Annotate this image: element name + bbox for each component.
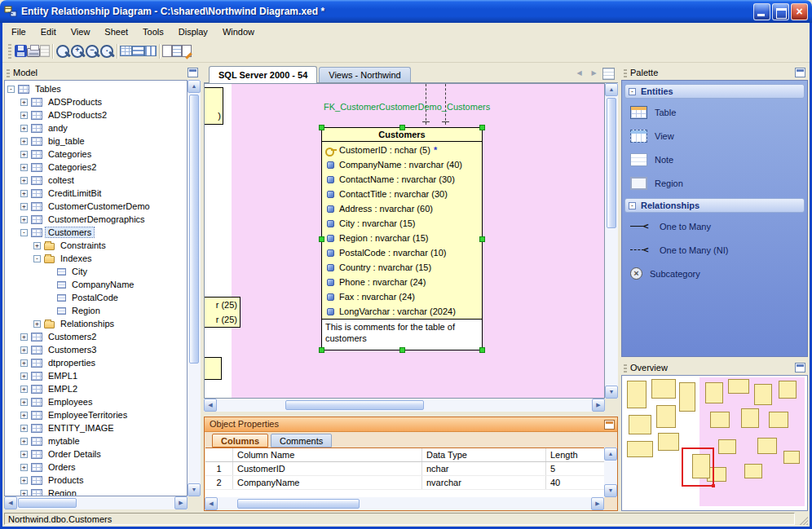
grid-row[interactable]: 2 CompanyName nvarchar 40 (205, 476, 604, 490)
entity-customers[interactable]: Customers CustomerID : nchar (5) * Compa… (321, 127, 483, 350)
zoom-normal-button[interactable] (55, 44, 70, 59)
tree-item[interactable]: + EMPL1 (5, 369, 187, 382)
tree-item[interactable]: + Region (5, 487, 187, 496)
palette-item-view[interactable]: View (622, 124, 807, 148)
tree-item[interactable]: + Employees (5, 395, 187, 408)
tree-expander-icon[interactable]: + (20, 203, 28, 210)
object-properties-header[interactable]: Object Properties (205, 417, 617, 432)
data-type-header[interactable]: Data Type (422, 448, 546, 461)
tab-comments[interactable]: Comments (271, 434, 332, 447)
entity-field-row[interactable]: ContactName : nvarchar (30) (322, 172, 482, 187)
scroll-down-button[interactable]: ▼ (605, 386, 618, 399)
column-name-header[interactable]: Column Name (233, 448, 422, 461)
menu-display[interactable]: Display (171, 24, 215, 39)
tree-item[interactable]: + Order Details (5, 447, 187, 461)
entity-field-row[interactable]: Address : nvarchar (60) (322, 201, 482, 216)
tree-expander-icon[interactable]: + (20, 425, 28, 432)
tree-item[interactable]: + mytable (5, 434, 187, 447)
tree-expander-icon[interactable]: + (20, 164, 28, 171)
overview-header[interactable]: Overview (621, 360, 808, 375)
tree-expander-icon[interactable]: + (20, 359, 28, 367)
tree-item[interactable]: + ADSProducts (5, 95, 187, 108)
length-header[interactable]: Length (546, 448, 604, 461)
scroll-thumb[interactable] (237, 499, 360, 509)
toolbar-separator[interactable] (157, 42, 162, 60)
zoom-area-button[interactable] (99, 44, 114, 59)
show-grid-button[interactable] (120, 46, 132, 56)
tree-expander-icon[interactable]: + (20, 190, 28, 197)
palette-item-one-to-many[interactable]: One to Many (622, 214, 807, 238)
properties-vertical-scrollbar[interactable]: ▲ ▼ (604, 447, 617, 497)
tree-item[interactable]: Region (5, 304, 187, 317)
overview-viewport[interactable] (682, 447, 714, 487)
tree-expander-icon[interactable]: + (20, 346, 28, 354)
canvas-horizontal-scrollbar[interactable]: ◀ ▶ (204, 399, 605, 412)
selection-handle[interactable] (399, 125, 405, 130)
tree-item[interactable]: + CustomerDemographics (5, 213, 187, 226)
tree-expander-icon[interactable]: + (33, 320, 41, 328)
tree-expander-icon[interactable]: + (20, 438, 28, 445)
tree-item[interactable]: + dtproperties (5, 356, 187, 369)
tree-item[interactable]: + Customers3 (5, 343, 187, 356)
align-columns-button[interactable] (144, 46, 157, 56)
scroll-thumb[interactable] (18, 498, 77, 508)
toolbar-separator[interactable] (50, 42, 55, 60)
tree-item[interactable]: + Relationships (5, 317, 187, 330)
entity-field-row[interactable]: Country : nvarchar (15) (322, 260, 482, 275)
tree-item[interactable]: - Customers (5, 226, 187, 239)
zoom-out-button[interactable] (85, 44, 99, 59)
scroll-down-button[interactable]: ▼ (188, 483, 201, 496)
tree-expander-icon[interactable] (46, 268, 54, 276)
tree-expander-icon[interactable]: + (20, 177, 28, 184)
toolbar-separator[interactable] (114, 42, 120, 60)
tree-item[interactable]: + big_table (5, 134, 187, 148)
selection-handle[interactable] (479, 125, 485, 130)
clipped-entity[interactable]: r (25) r (25) (204, 297, 241, 328)
next-sheet-button[interactable]: ▶ (588, 68, 600, 80)
canvas-vertical-scrollbar[interactable]: ▲ ▼ (605, 83, 618, 399)
clipped-entity[interactable]: ) (204, 87, 223, 125)
tree-expander-icon[interactable]: - (7, 86, 15, 93)
tree-item[interactable]: + andy (5, 121, 187, 134)
scroll-right-button[interactable]: ▶ (591, 497, 604, 510)
scroll-up-button[interactable]: ▲ (605, 83, 618, 96)
print-button[interactable] (27, 48, 40, 57)
scroll-up-button[interactable]: ▲ (188, 80, 201, 93)
tree-item[interactable]: + EmployeeTerritories (5, 408, 187, 421)
tab-sql-server-2000-54[interactable]: SQL Server 2000 - 54 (209, 66, 317, 83)
resize-grip[interactable] (798, 515, 808, 525)
selection-handle[interactable] (319, 236, 324, 242)
tree-expander-icon[interactable]: + (20, 112, 28, 119)
selection-handle[interactable] (479, 347, 485, 353)
entity-field-row[interactable]: PostalCode : nvarchar (10) (322, 245, 482, 260)
tree-expander-icon[interactable]: + (20, 386, 28, 393)
sheet-list-button[interactable] (602, 68, 615, 80)
scroll-down-button[interactable]: ▼ (604, 484, 617, 497)
scroll-thumb[interactable] (607, 98, 616, 228)
tree-expander-icon[interactable] (46, 281, 54, 289)
palette-section-relationships[interactable]: - Relationships (624, 198, 805, 213)
sheet-grid-button[interactable] (172, 45, 182, 57)
model-horizontal-scrollbar[interactable]: ◀ ▶ (4, 496, 188, 509)
tree-item[interactable]: + CreditLimitBit (5, 187, 187, 200)
selection-handle[interactable] (399, 347, 405, 353)
entity-field-row[interactable]: CompanyName : nvarchar (40) (322, 157, 482, 172)
selection-handle[interactable] (479, 236, 485, 242)
tree-expander-icon[interactable]: + (20, 125, 28, 132)
tree-expander-icon[interactable]: + (20, 412, 28, 419)
entity-field-row[interactable]: City : nvarchar (15) (322, 216, 482, 231)
tree-item[interactable]: - Indexes (5, 252, 187, 265)
tree-expander-icon[interactable]: + (33, 242, 41, 249)
toolbar-grip[interactable] (8, 44, 11, 59)
collapse-section-icon[interactable]: - (629, 202, 636, 209)
tree-item[interactable]: + Orders (5, 461, 187, 474)
properties-horizontal-scrollbar[interactable]: ◀ ▶ (205, 497, 604, 510)
new-sheet-button[interactable] (162, 45, 172, 57)
float-panel-button[interactable] (795, 68, 805, 77)
tree-item[interactable]: + coltest (5, 174, 187, 187)
tree-expander-icon[interactable]: + (20, 138, 28, 145)
scroll-left-button[interactable]: ◀ (204, 399, 217, 412)
palette-item-one-to-many-ni[interactable]: One to Many (NI) (622, 238, 807, 262)
tree-item[interactable]: City (5, 265, 187, 278)
tree-expander-icon[interactable]: + (20, 333, 28, 341)
